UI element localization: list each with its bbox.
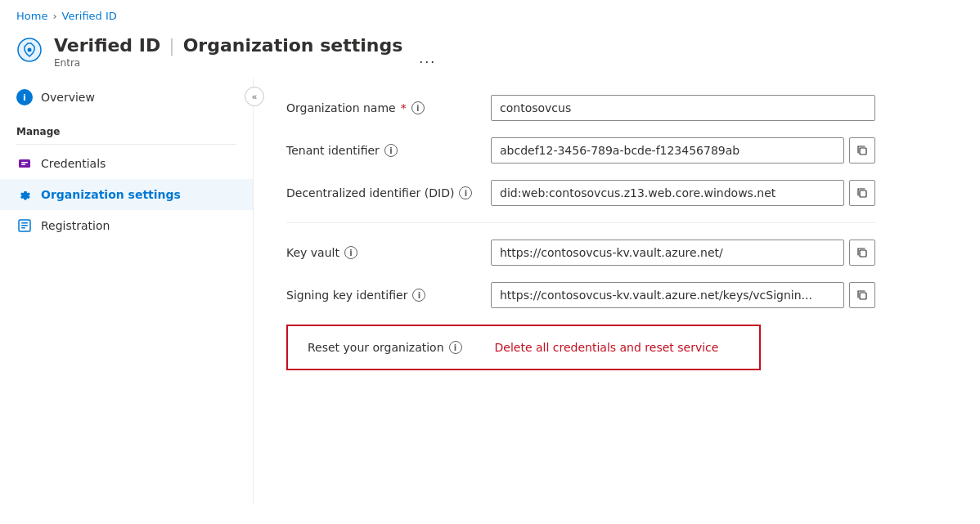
credentials-icon bbox=[16, 155, 33, 172]
form-divider bbox=[286, 222, 875, 223]
svg-rect-8 bbox=[21, 227, 25, 229]
page-subtitle: Entra bbox=[54, 57, 402, 69]
org-settings-icon bbox=[16, 186, 33, 203]
required-marker: * bbox=[401, 101, 407, 114]
sidebar-item-org-settings[interactable]: Organization settings bbox=[0, 179, 253, 210]
org-name-info-icon[interactable]: i bbox=[411, 101, 425, 114]
sidebar: « i Overview Manage Credentials bbox=[0, 78, 254, 504]
svg-rect-3 bbox=[21, 162, 28, 163]
header-ellipsis-button[interactable]: ... bbox=[414, 48, 441, 69]
signing-key-input-wrapper bbox=[491, 282, 875, 308]
org-name-input[interactable] bbox=[491, 95, 875, 121]
sidebar-overview-label: Overview bbox=[41, 91, 95, 104]
key-vault-input-wrapper bbox=[491, 240, 875, 266]
sidebar-item-overview[interactable]: i Overview bbox=[0, 82, 253, 113]
main-layout: « i Overview Manage Credentials bbox=[0, 78, 980, 504]
signing-key-info-icon[interactable]: i bbox=[412, 289, 425, 302]
tenant-id-copy-button[interactable] bbox=[849, 137, 875, 163]
tenant-id-info-icon[interactable]: i bbox=[384, 144, 398, 157]
sidebar-collapse-button[interactable]: « bbox=[245, 87, 264, 106]
reset-label: Reset your organization i bbox=[308, 341, 462, 354]
page-title-section: Organization settings bbox=[183, 35, 403, 56]
did-input bbox=[491, 180, 844, 206]
key-vault-label: Key vault i bbox=[286, 246, 474, 259]
svg-rect-2 bbox=[19, 159, 30, 168]
title-separator: | bbox=[169, 35, 174, 56]
form-row-org-name: Organization name * i bbox=[286, 95, 875, 121]
svg-rect-9 bbox=[860, 148, 866, 155]
svg-rect-4 bbox=[21, 164, 25, 166]
breadcrumb-home[interactable]: Home bbox=[16, 10, 47, 22]
sidebar-item-credentials[interactable]: Credentials bbox=[0, 148, 253, 179]
key-vault-info-icon[interactable]: i bbox=[344, 246, 357, 259]
form-row-tenant-id: Tenant identifier i bbox=[286, 137, 875, 163]
did-input-wrapper bbox=[491, 180, 875, 206]
org-name-label: Organization name * i bbox=[286, 101, 474, 114]
reset-info-icon[interactable]: i bbox=[449, 341, 462, 354]
svg-rect-12 bbox=[860, 293, 866, 299]
tenant-id-input bbox=[491, 137, 844, 163]
breadcrumb: Home › Verified ID bbox=[0, 0, 980, 29]
key-vault-copy-button[interactable] bbox=[849, 240, 875, 266]
page-title-app: Verified ID bbox=[54, 35, 160, 56]
page-header: Verified ID | Organization settings Entr… bbox=[0, 29, 980, 72]
breadcrumb-separator: › bbox=[52, 10, 56, 22]
registration-icon bbox=[16, 217, 33, 234]
signing-key-input bbox=[491, 282, 844, 308]
breadcrumb-current: Verified ID bbox=[62, 10, 117, 22]
content-area: Organization name * i Tenant identifier … bbox=[254, 78, 980, 504]
verified-id-icon bbox=[16, 37, 43, 67]
sidebar-manage-label: Manage bbox=[0, 113, 253, 141]
header-title-group: Verified ID | Organization settings Entr… bbox=[54, 35, 402, 69]
form-row-did: Decentralized identifier (DID) i bbox=[286, 180, 875, 206]
svg-rect-10 bbox=[860, 190, 866, 197]
signing-key-copy-button[interactable] bbox=[849, 282, 875, 308]
did-copy-button[interactable] bbox=[849, 180, 875, 206]
page-title: Verified ID | Organization settings bbox=[54, 35, 402, 56]
sidebar-divider bbox=[16, 144, 236, 145]
svg-rect-11 bbox=[860, 250, 866, 257]
sidebar-credentials-label: Credentials bbox=[41, 157, 106, 170]
key-vault-input bbox=[491, 240, 844, 266]
sidebar-registration-label: Registration bbox=[41, 219, 110, 232]
form-section: Organization name * i Tenant identifier … bbox=[286, 95, 875, 370]
form-row-signing-key: Signing key identifier i bbox=[286, 282, 875, 308]
svg-point-1 bbox=[28, 48, 32, 52]
reset-action-button[interactable]: Delete all credentials and reset service bbox=[495, 341, 719, 354]
form-row-key-vault: Key vault i bbox=[286, 240, 875, 266]
did-info-icon[interactable]: i bbox=[459, 186, 472, 199]
reset-section: Reset your organization i Delete all cre… bbox=[286, 325, 761, 370]
tenant-id-label: Tenant identifier i bbox=[286, 144, 474, 157]
sidebar-item-registration[interactable]: Registration bbox=[0, 210, 253, 241]
sidebar-org-settings-label: Organization settings bbox=[41, 188, 181, 201]
signing-key-label: Signing key identifier i bbox=[286, 289, 474, 302]
org-name-input-wrapper bbox=[491, 95, 875, 121]
did-label: Decentralized identifier (DID) i bbox=[286, 186, 474, 199]
svg-rect-6 bbox=[21, 222, 28, 224]
svg-rect-7 bbox=[21, 225, 28, 226]
tenant-id-input-wrapper bbox=[491, 137, 875, 163]
overview-icon: i bbox=[16, 89, 33, 105]
